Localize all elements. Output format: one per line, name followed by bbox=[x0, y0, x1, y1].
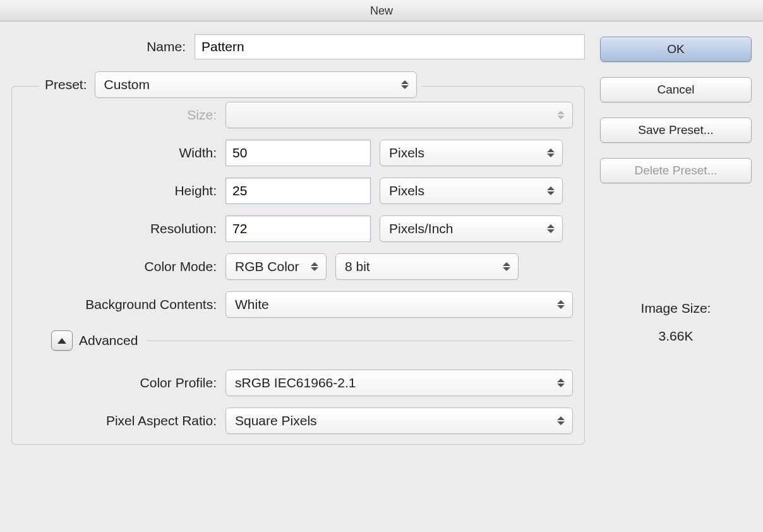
colordepth-select[interactable]: 8 bit bbox=[335, 253, 519, 280]
pixelaspect-value: Square Pixels bbox=[235, 413, 317, 428]
bgcontents-label: Background Contents: bbox=[23, 297, 225, 312]
size-select bbox=[225, 102, 573, 128]
action-column: OK Cancel Save Preset... Delete Preset..… bbox=[600, 34, 752, 445]
height-unit-select[interactable]: Pixels bbox=[380, 178, 563, 204]
chevron-up-down-icon bbox=[547, 148, 556, 157]
chevron-up-icon bbox=[57, 338, 66, 344]
colormode-row: Color Mode: RGB Color 8 bit bbox=[23, 253, 573, 280]
preset-value: Custom bbox=[104, 77, 150, 92]
height-label: Height: bbox=[23, 183, 225, 198]
chevron-up-down-icon bbox=[557, 378, 566, 387]
image-size-label: Image Size: bbox=[600, 301, 752, 316]
chevron-up-down-icon bbox=[557, 416, 566, 425]
ok-button[interactable]: OK bbox=[600, 37, 752, 62]
pixelaspect-select[interactable]: Square Pixels bbox=[225, 408, 573, 434]
chevron-up-down-icon bbox=[503, 262, 512, 271]
settings-group: Preset: Custom Size: Width: Pixel bbox=[11, 86, 585, 445]
chevron-up-down-icon bbox=[557, 111, 566, 119]
size-label: Size: bbox=[23, 107, 225, 123]
preset-select[interactable]: Custom bbox=[95, 71, 417, 98]
name-input[interactable] bbox=[195, 34, 585, 59]
colorprofile-label: Color Profile: bbox=[23, 375, 225, 390]
save-preset-button[interactable]: Save Preset... bbox=[600, 118, 752, 143]
chevron-up-down-icon bbox=[557, 300, 566, 309]
preset-legend: Preset: Custom bbox=[40, 71, 422, 98]
divider bbox=[147, 341, 573, 341]
cancel-button[interactable]: Cancel bbox=[600, 77, 752, 102]
pixelaspect-row: Pixel Aspect Ratio: Square Pixels bbox=[23, 408, 573, 434]
colormode-label: Color Mode: bbox=[23, 259, 225, 274]
width-row: Width: Pixels bbox=[23, 140, 573, 166]
width-label: Width: bbox=[23, 145, 225, 160]
resolution-label: Resolution: bbox=[23, 221, 225, 236]
name-label: Name: bbox=[11, 39, 195, 54]
height-row: Height: Pixels bbox=[23, 178, 573, 204]
chevron-up-down-icon bbox=[547, 186, 556, 195]
width-unit-value: Pixels bbox=[389, 145, 424, 160]
preset-label: Preset: bbox=[45, 77, 87, 92]
width-unit-select[interactable]: Pixels bbox=[380, 140, 563, 166]
resolution-unit-value: Pixels/Inch bbox=[389, 221, 454, 236]
image-size-info: Image Size: 3.66K bbox=[600, 301, 752, 445]
colordepth-value: 8 bit bbox=[345, 259, 370, 274]
advanced-label: Advanced bbox=[79, 333, 138, 348]
chevron-up-down-icon bbox=[547, 224, 556, 233]
dialog-body: Name: Preset: Custom Size: bbox=[0, 21, 763, 456]
image-size-value: 3.66K bbox=[600, 329, 752, 344]
advanced-disclosure-button[interactable] bbox=[51, 330, 73, 351]
bgcontents-select[interactable]: White bbox=[225, 291, 573, 318]
delete-preset-button: Delete Preset... bbox=[600, 158, 752, 183]
chevron-up-down-icon bbox=[311, 262, 320, 271]
name-row: Name: bbox=[11, 34, 585, 59]
chevron-up-down-icon bbox=[401, 80, 410, 89]
resolution-unit-select[interactable]: Pixels/Inch bbox=[380, 215, 563, 242]
colormode-value: RGB Color bbox=[235, 259, 299, 274]
form-column: Name: Preset: Custom Size: bbox=[11, 34, 585, 445]
height-input[interactable] bbox=[225, 178, 371, 204]
width-input[interactable] bbox=[225, 140, 371, 166]
window-title: New bbox=[370, 4, 393, 17]
pixelaspect-label: Pixel Aspect Ratio: bbox=[23, 413, 225, 428]
resolution-input[interactable] bbox=[225, 215, 371, 242]
bgcontents-row: Background Contents: White bbox=[23, 291, 573, 318]
resolution-row: Resolution: Pixels/Inch bbox=[23, 215, 573, 242]
colormode-select[interactable]: RGB Color bbox=[225, 253, 327, 280]
height-unit-value: Pixels bbox=[389, 183, 424, 198]
colorprofile-row: Color Profile: sRGB IEC61966-2.1 bbox=[23, 370, 573, 396]
advanced-row: Advanced bbox=[51, 330, 573, 351]
colorprofile-value: sRGB IEC61966-2.1 bbox=[235, 375, 356, 390]
colorprofile-select[interactable]: sRGB IEC61966-2.1 bbox=[225, 370, 573, 396]
bgcontents-value: White bbox=[235, 297, 269, 312]
size-row: Size: bbox=[23, 102, 573, 128]
window-titlebar: New bbox=[0, 0, 763, 21]
